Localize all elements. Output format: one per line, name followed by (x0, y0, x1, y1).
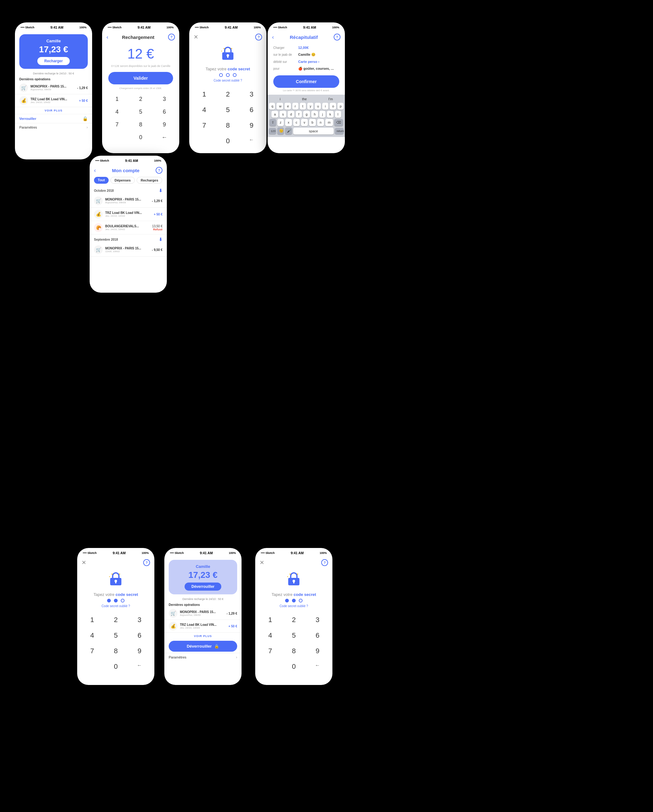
key-8[interactable]: 8 (104, 643, 128, 659)
back-button[interactable]: ‹ (94, 167, 96, 174)
key-5[interactable]: 5 (104, 628, 128, 643)
kb-emoji[interactable]: 😊 (277, 127, 284, 134)
help-button[interactable]: ? (255, 34, 262, 40)
key-1[interactable]: 1 (105, 93, 129, 105)
kb-z[interactable]: z (277, 119, 284, 126)
key-7[interactable]: 7 (258, 643, 282, 659)
key-1[interactable]: 1 (192, 87, 216, 102)
forgot-code-link[interactable]: Code secret oublié ? (189, 79, 266, 82)
key-7[interactable]: 7 (80, 643, 104, 659)
kb-shift[interactable]: ⇧ (270, 119, 276, 126)
transaction-row[interactable]: 🥐 BOULANGERIEVALS... Jeu. 24/10, 10h02 1… (90, 221, 167, 234)
key-6[interactable]: 6 (128, 628, 151, 643)
key-3[interactable]: 3 (306, 612, 329, 628)
kb-n[interactable]: n (317, 119, 324, 126)
kb-h[interactable]: h (311, 111, 318, 118)
help-button[interactable]: ? (168, 34, 175, 40)
key-3[interactable]: 3 (128, 612, 151, 628)
suggestion-3[interactable]: I'm (328, 97, 333, 101)
lock-button[interactable]: Verrouiller (19, 117, 36, 121)
key-3[interactable]: 3 (240, 87, 263, 102)
key-4[interactable]: 4 (258, 628, 282, 643)
kb-o[interactable]: o (330, 103, 336, 110)
key-9[interactable]: 9 (128, 643, 151, 659)
kb-a[interactable]: a (272, 111, 278, 118)
key-9[interactable]: 9 (240, 118, 263, 133)
key-8[interactable]: 8 (129, 118, 153, 131)
kb-b[interactable]: b (309, 119, 316, 126)
kb-p[interactable]: p (337, 103, 343, 110)
key-9[interactable]: 9 (306, 643, 329, 659)
kb-123[interactable]: 123 (269, 128, 276, 134)
transaction-row[interactable]: 🛒 MONOPRIX - PARIS 15... Aujourd'hui, 09… (164, 607, 241, 620)
voir-plus-button[interactable]: VOIR PLUS (15, 107, 92, 114)
tab-tout[interactable]: Tout (94, 177, 108, 184)
kb-t[interactable]: t (300, 103, 306, 110)
close-button[interactable]: ✕ (194, 34, 198, 40)
download-icon[interactable]: ⬇ (159, 237, 162, 242)
voir-plus-button[interactable]: VOIR PLUS (164, 633, 241, 640)
key-0[interactable]: 0 (282, 659, 306, 675)
key-delete[interactable]: ← (240, 133, 263, 149)
kb-return[interactable]: return (335, 128, 343, 134)
key-6[interactable]: 6 (306, 628, 329, 643)
key-9[interactable]: 9 (153, 118, 176, 131)
forgot-code-link[interactable]: Code secret oublié ? (255, 604, 333, 608)
key-4[interactable]: 4 (105, 105, 129, 118)
kb-k[interactable]: k (327, 111, 334, 118)
key-8[interactable]: 8 (282, 643, 306, 659)
kb-g[interactable]: g (303, 111, 310, 118)
key-8[interactable]: 8 (216, 118, 240, 133)
tab-depenses[interactable]: Dépenses (110, 177, 135, 184)
help-button[interactable]: ? (156, 167, 162, 174)
key-2[interactable]: 2 (282, 612, 306, 628)
download-icon[interactable]: ⬇ (159, 188, 162, 193)
tab-recharges[interactable]: Recharges (137, 177, 162, 184)
kb-w[interactable]: w (276, 103, 283, 110)
transaction-row[interactable]: 🛒 MONOPRIX - PARIS 15... Aujourd'hui, 09… (15, 82, 92, 94)
suggestion-1[interactable]: i (280, 97, 281, 101)
kb-y[interactable]: y (307, 103, 313, 110)
valider-button[interactable]: Valider (108, 72, 173, 84)
key-0[interactable]: 0 (216, 133, 240, 149)
kb-space[interactable]: space (293, 128, 333, 134)
kb-x[interactable]: x (285, 119, 292, 126)
kb-f[interactable]: f (296, 111, 302, 118)
kb-v[interactable]: v (301, 119, 308, 126)
key-2[interactable]: 2 (129, 93, 153, 105)
key-5[interactable]: 5 (216, 102, 240, 118)
back-button[interactable]: ‹ (107, 34, 108, 40)
key-7[interactable]: 7 (192, 118, 216, 133)
kb-r[interactable]: r (292, 103, 299, 110)
key-6[interactable]: 6 (240, 102, 263, 118)
transaction-row[interactable]: 💰 TRZ Load BK Load VIN... Jeu. 24/10, 10… (164, 620, 241, 633)
close-button[interactable]: ✕ (82, 559, 86, 566)
kb-mic[interactable]: 🎤 (285, 127, 292, 134)
key-delete[interactable]: ← (128, 659, 151, 675)
key-1[interactable]: 1 (258, 612, 282, 628)
help-button[interactable]: ? (334, 34, 340, 40)
kb-i[interactable]: i (322, 103, 328, 110)
kb-s[interactable]: s (279, 111, 286, 118)
transaction-row[interactable]: 🛒 MONOPRIX - PARIS 15... Aujourd'hui, 09… (90, 194, 167, 208)
key-2[interactable]: 2 (216, 87, 240, 102)
key-4[interactable]: 4 (80, 628, 104, 643)
recharge-button[interactable]: Recharger (37, 57, 69, 65)
forgot-code-link[interactable]: Code secret oublié ? (77, 604, 154, 608)
kb-delete[interactable]: ⌫ (334, 119, 343, 126)
kb-u[interactable]: u (315, 103, 321, 110)
key-5[interactable]: 5 (282, 628, 306, 643)
kb-m[interactable]: m (325, 119, 333, 126)
key-5[interactable]: 5 (129, 105, 153, 118)
confirmer-button[interactable]: Confirmer (273, 75, 339, 88)
key-2[interactable]: 2 (104, 612, 128, 628)
kb-l[interactable]: l (335, 111, 341, 118)
close-button[interactable]: ✕ (259, 559, 264, 566)
key-delete[interactable]: ← (153, 131, 176, 144)
key-3[interactable]: 3 (153, 93, 176, 105)
kb-q[interactable]: q (269, 103, 275, 110)
params-row[interactable]: Paramètres › (164, 653, 241, 661)
key-delete[interactable]: ← (306, 659, 329, 675)
transaction-row[interactable]: 💰 TRZ Load BK Load VIN... Jeu. 24/10, 10… (15, 94, 92, 107)
help-button[interactable]: ? (321, 559, 328, 566)
